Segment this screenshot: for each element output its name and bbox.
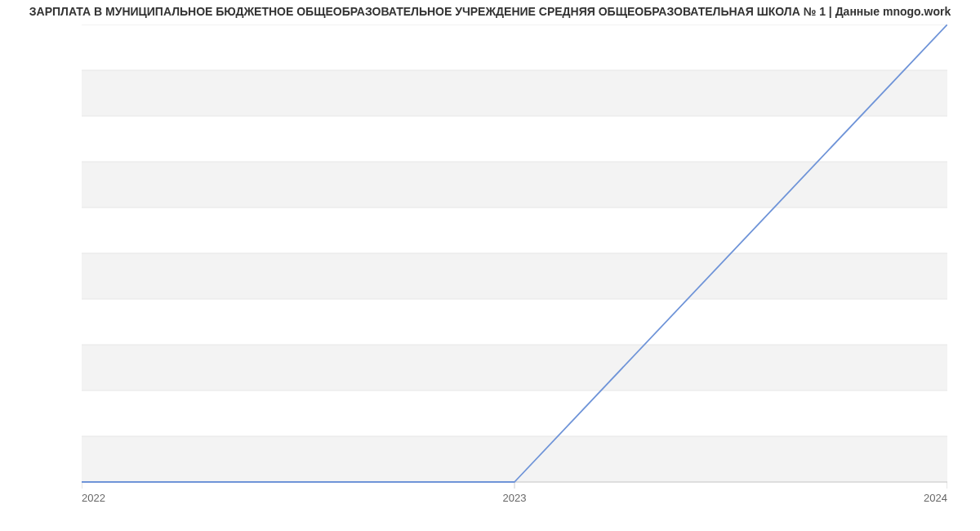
plot-area: 3000032000340003600038000400004200044000… — [82, 25, 947, 482]
svg-rect-8 — [82, 70, 947, 116]
svg-rect-0 — [82, 436, 947, 482]
x-tick-label: 2024 — [924, 492, 947, 504]
svg-rect-6 — [82, 162, 947, 207]
chart-svg: 3000032000340003600038000400004200044000… — [82, 25, 947, 515]
x-tick-label: 2022 — [82, 492, 105, 504]
svg-rect-1 — [82, 390, 947, 436]
svg-rect-2 — [82, 345, 947, 390]
salary-chart: ЗАРПЛАТА В МУНИЦИПАЛЬНОЕ БЮДЖЕТНОЕ ОБЩЕО… — [0, 0, 980, 531]
x-tick-label: 2023 — [503, 492, 527, 504]
svg-rect-3 — [82, 299, 947, 345]
chart-title: ЗАРПЛАТА В МУНИЦИПАЛЬНОЕ БЮДЖЕТНОЕ ОБЩЕО… — [0, 5, 980, 18]
svg-rect-4 — [82, 253, 947, 299]
svg-rect-5 — [82, 207, 947, 253]
svg-rect-9 — [82, 25, 947, 70]
svg-rect-7 — [82, 116, 947, 162]
